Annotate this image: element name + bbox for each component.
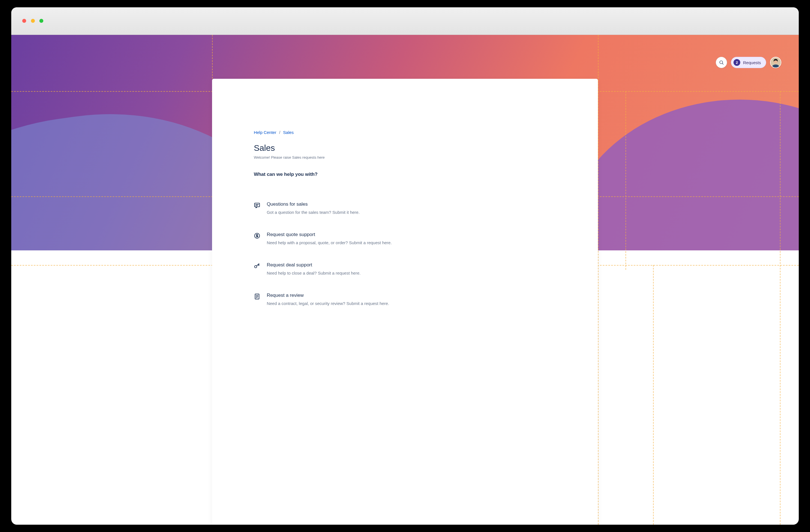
content-area: 2 Requests Help Center / Sales Sales Wel… — [11, 35, 799, 525]
requests-label: Requests — [743, 60, 761, 65]
option-desc: Need a contract, legal, or security revi… — [266, 301, 389, 306]
avatar-icon — [771, 58, 781, 67]
option-desc: Need help to close a deal? Submit a requ… — [266, 270, 360, 276]
request-option-quote[interactable]: Request quote support Need help with a p… — [254, 232, 556, 246]
svg-rect-4 — [255, 203, 260, 207]
speech-icon — [254, 202, 260, 209]
breadcrumb-separator: / — [279, 130, 280, 135]
breadcrumb-current-link[interactable]: Sales — [283, 130, 294, 135]
requests-button[interactable]: 2 Requests — [731, 57, 766, 68]
document-icon — [254, 293, 260, 300]
breadcrumb-root-link[interactable]: Help Center — [254, 130, 276, 135]
option-title: Request deal support — [266, 262, 360, 268]
page-title: Sales — [254, 143, 556, 153]
app-window: 2 Requests Help Center / Sales Sales Wel… — [11, 7, 799, 525]
option-title: Request quote support — [266, 232, 391, 238]
top-bar: 2 Requests — [716, 57, 781, 68]
window-titlebar — [11, 7, 799, 35]
option-title: Request a review — [266, 293, 389, 298]
decorative-blob — [563, 100, 799, 251]
search-button[interactable] — [716, 57, 727, 68]
minimize-window-button[interactable] — [31, 19, 35, 23]
option-desc: Got a question for the sales team? Submi… — [266, 209, 359, 215]
option-desc: Need help with a proposal, quote, or ord… — [266, 240, 391, 246]
close-window-button[interactable] — [22, 19, 26, 23]
breadcrumb: Help Center / Sales — [254, 130, 556, 135]
page-subtitle: Welcome! Please raise Sales requests her… — [254, 155, 556, 160]
option-title: Questions for sales — [266, 201, 359, 207]
key-icon — [254, 263, 260, 270]
maximize-window-button[interactable] — [39, 19, 43, 23]
search-icon — [719, 60, 724, 65]
request-option-review[interactable]: Request a review Need a contract, legal,… — [254, 293, 556, 306]
main-card: Help Center / Sales Sales Welcome! Pleas… — [212, 79, 598, 525]
request-option-deal[interactable]: Request deal support Need help to close … — [254, 262, 556, 276]
help-prompt: What can we help you with? — [254, 172, 556, 177]
requests-count-badge: 2 — [733, 59, 740, 66]
dollar-icon — [254, 232, 260, 239]
svg-line-1 — [722, 63, 723, 64]
user-avatar[interactable] — [770, 57, 781, 68]
request-option-questions[interactable]: Questions for sales Got a question for t… — [254, 201, 556, 215]
